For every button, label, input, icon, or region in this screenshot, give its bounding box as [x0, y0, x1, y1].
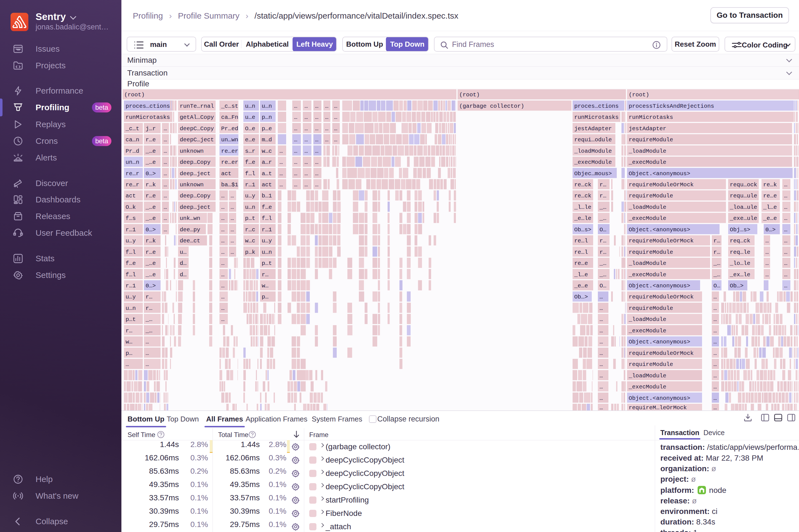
- svg-text:_lo…le: _lo…le: [729, 260, 750, 267]
- svg-text:…: …: [334, 114, 337, 120]
- svg-text:_c…st: _c…st: [221, 103, 238, 109]
- svg-text:deepC…ject: deepC…ject: [180, 137, 214, 143]
- svg-text:proces…ctions: proces…ctions: [574, 103, 619, 109]
- svg-text:p…t: p…t: [245, 215, 255, 222]
- svg-text:ca…n: ca…n: [126, 137, 139, 143]
- svg-text:_e…e: _e…e: [763, 215, 777, 222]
- svg-text:requ…ock: requ…ock: [730, 182, 757, 188]
- svg-text:w…: w…: [126, 339, 132, 345]
- svg-text:p…t: p…t: [126, 316, 136, 323]
- svg-text:…: …: [784, 249, 787, 255]
- svg-text:…: …: [164, 170, 167, 177]
- svg-text:…: …: [784, 260, 787, 267]
- svg-text:r…e: r…e: [146, 193, 156, 199]
- svg-text:u…n: u…n: [126, 305, 136, 311]
- svg-text:…: …: [164, 126, 167, 132]
- svg-text:…: …: [221, 227, 224, 233]
- svg-text:…: …: [304, 126, 308, 132]
- svg-text:…: …: [304, 159, 308, 166]
- svg-text:…: …: [599, 316, 603, 323]
- svg-text:requ…ule: requ…ule: [730, 193, 757, 199]
- svg-text:deep…ject: deep…ject: [180, 204, 210, 210]
- svg-text:re…k: re…k: [763, 182, 777, 188]
- svg-text:…: …: [599, 305, 603, 311]
- svg-text:_loadModule: _loadModule: [628, 148, 666, 154]
- svg-text:Ob…>: Ob…>: [574, 294, 588, 300]
- svg-text:…: …: [279, 170, 283, 177]
- svg-text:f…l: f…l: [245, 170, 255, 177]
- svg-text:…: …: [334, 137, 337, 143]
- svg-text:deep…Copy: deep…Copy: [180, 159, 210, 166]
- svg-text:_e…e: _e…e: [574, 283, 588, 289]
- svg-text:_l…e: _l…e: [763, 204, 777, 210]
- svg-text:jestAdapter: jestAdapter: [574, 126, 612, 132]
- svg-text:…: …: [599, 361, 603, 368]
- svg-text:req…le: req…le: [730, 249, 750, 255]
- svg-text:unknown: unknown: [180, 148, 204, 154]
- svg-text:…: …: [315, 114, 318, 120]
- svg-text:w…: w…: [262, 283, 268, 289]
- svg-text:re…e: re…e: [574, 260, 588, 267]
- svg-text:…: …: [325, 126, 328, 132]
- svg-text:…: …: [294, 103, 297, 109]
- svg-text:…: …: [164, 193, 167, 199]
- svg-text:_…: _…: [145, 316, 152, 323]
- svg-text:…: …: [221, 316, 224, 323]
- svg-text:f…e: f…e: [126, 260, 136, 267]
- svg-text:Object.<anonymous>: Object.<anonymous>: [629, 227, 690, 233]
- svg-text:0…>: 0…>: [146, 283, 156, 289]
- svg-text:un…wn: un…wn: [221, 137, 238, 143]
- svg-text:(root): (root): [124, 92, 145, 98]
- svg-text:…: …: [599, 404, 603, 411]
- svg-text:req…ck: req…ck: [730, 238, 750, 244]
- svg-text:f…e: f…e: [262, 204, 272, 210]
- svg-text:r…: r…: [146, 294, 152, 300]
- svg-text:unknown: unknown: [180, 182, 204, 188]
- svg-text:r…1: r…1: [126, 227, 136, 233]
- svg-text:p…: p…: [262, 294, 268, 300]
- svg-text:…: …: [221, 193, 224, 199]
- svg-text:…: …: [146, 350, 149, 357]
- svg-text:…: …: [279, 148, 283, 154]
- svg-text:w…c: w…c: [262, 148, 272, 154]
- svg-text:re…ck: re…ck: [574, 182, 592, 188]
- svg-text:r…: r…: [599, 182, 607, 188]
- svg-text:requireModule: requireModule: [629, 305, 673, 311]
- svg-text:…: …: [230, 249, 234, 255]
- svg-text:O…k: O…k: [126, 204, 136, 210]
- svg-text:runMicrotasks: runMicrotasks: [574, 114, 619, 120]
- svg-text:O…: O…: [713, 283, 720, 289]
- svg-text:r…e: r…e: [146, 137, 156, 143]
- svg-text:…: …: [315, 148, 318, 154]
- svg-text:_c…t: _c…t: [125, 126, 139, 132]
- svg-text:Object.<anonymous>: Object.<anonymous>: [629, 283, 690, 289]
- svg-text:requireModule: requireModule: [629, 249, 673, 255]
- svg-text:f…e: f…e: [245, 159, 255, 166]
- svg-text:requireM…leOrMock: requireM…leOrMock: [629, 404, 687, 411]
- svg-text:…: …: [164, 227, 167, 233]
- svg-text:…: …: [713, 294, 717, 300]
- svg-text:…: …: [713, 305, 717, 311]
- svg-text:act: act: [126, 193, 136, 199]
- svg-text:u…y: u…y: [245, 193, 255, 199]
- svg-text:…: …: [334, 126, 337, 132]
- svg-text:act: act: [262, 182, 272, 188]
- svg-text:_execModule: _execModule: [628, 328, 666, 334]
- svg-text:…: …: [294, 182, 297, 188]
- svg-text:…: …: [713, 373, 717, 379]
- svg-text:…: …: [784, 215, 787, 222]
- svg-text:…: …: [784, 193, 787, 199]
- svg-text:Pr…d: Pr…d: [126, 148, 139, 154]
- svg-text:re…ck: re…ck: [574, 193, 592, 199]
- svg-text:requireModuleOrMock: requireModuleOrMock: [629, 238, 694, 244]
- svg-text:jestAdapter: jestAdapter: [629, 126, 666, 132]
- svg-text:_…e: _…e: [145, 159, 156, 166]
- svg-text:_execModule: _execModule: [628, 215, 666, 222]
- svg-text:dee…py: dee…py: [180, 227, 200, 233]
- svg-text:…: …: [784, 238, 787, 244]
- svg-text:requireModule: requireModule: [629, 137, 673, 143]
- svg-text:r…: r…: [262, 271, 268, 278]
- svg-text:unk…wn: unk…wn: [180, 215, 200, 222]
- svg-text:_loadModule: _loadModule: [574, 148, 612, 154]
- svg-text:…: …: [221, 215, 224, 222]
